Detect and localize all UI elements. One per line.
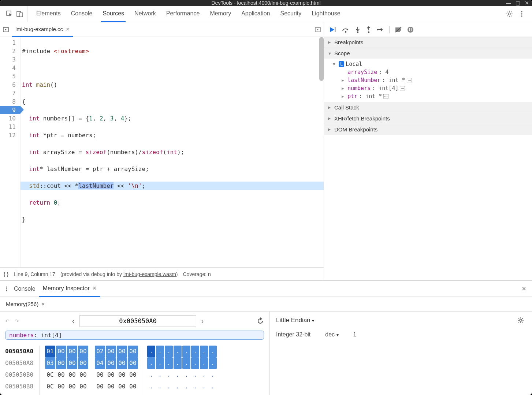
debug-toolbar: [324, 22, 532, 37]
tab-memory[interactable]: Memory: [208, 6, 232, 22]
svg-point-11: [357, 31, 358, 33]
svg-point-23: [402, 88, 403, 89]
value-type-label: Integer 32-bit: [276, 331, 310, 338]
tab-performance[interactable]: Performance: [165, 6, 201, 22]
refresh-icon[interactable]: [257, 317, 264, 325]
step-into-icon[interactable]: [355, 26, 361, 33]
drawer-tabs: Console Memory Inspector × ×: [0, 281, 532, 297]
memory-address-input[interactable]: [79, 315, 196, 327]
resume-icon[interactable]: [329, 26, 336, 33]
svg-point-5: [521, 13, 522, 14]
svg-point-31: [6, 290, 7, 291]
step-icon[interactable]: [377, 26, 384, 33]
svg-point-6: [521, 15, 522, 16]
tab-sources[interactable]: Sources: [101, 6, 126, 22]
line-gutter[interactable]: 12345678 9 101112: [0, 37, 21, 267]
scope-section[interactable]: ▼Scope: [324, 48, 532, 59]
source-status-bar: { } Line 9, Column 17 (provided via debu…: [0, 267, 324, 280]
undo-icon[interactable]: ↶: [5, 318, 10, 324]
svg-point-10: [345, 31, 346, 32]
memory-object-chip[interactable]: numbers: int[4]: [5, 331, 264, 340]
deactivate-breakpoints-icon[interactable]: [395, 26, 402, 33]
svg-point-29: [6, 286, 7, 287]
svg-point-19: [409, 80, 410, 81]
source-filename: lmi-bug-example.cc: [15, 26, 63, 32]
main-tabbar: Elements Console Sources Network Perform…: [0, 6, 532, 22]
svg-point-3: [508, 13, 510, 15]
var-arraySize[interactable]: arraySize: 4: [324, 68, 532, 76]
step-out-icon[interactable]: [366, 26, 372, 33]
svg-point-26: [384, 96, 385, 97]
close-tab-icon[interactable]: ×: [41, 301, 45, 307]
svg-point-20: [410, 80, 411, 81]
device-icon[interactable]: [16, 10, 23, 18]
memory-buffer-tab[interactable]: Memory(256) ×: [4, 301, 47, 307]
inspect-icon[interactable]: [6, 10, 13, 18]
svg-point-13: [377, 29, 378, 30]
tab-console[interactable]: Console: [70, 6, 94, 22]
svg-rect-2: [20, 13, 23, 17]
drawer-tab-console[interactable]: Console: [10, 282, 39, 296]
var-ptr[interactable]: ▶ptr: int *: [324, 92, 532, 100]
next-page-icon[interactable]: ›: [201, 317, 204, 325]
run-snippet-icon[interactable]: [314, 26, 321, 33]
xhr-section[interactable]: ▶XHR/fetch Breakpoints: [324, 113, 532, 124]
drawer-tab-memory-inspector[interactable]: Memory Inspector ×: [39, 280, 100, 297]
var-numbers[interactable]: ▶numbers: int[4]: [324, 84, 532, 92]
svg-point-14: [408, 27, 413, 33]
braces-icon[interactable]: { }: [4, 271, 8, 277]
close-icon[interactable]: ✕: [525, 0, 529, 6]
hex-row[interactable]: 005050A00100000002000000........: [5, 346, 264, 357]
drawer-more-icon[interactable]: [3, 285, 10, 292]
tab-security[interactable]: Security: [279, 6, 303, 22]
tab-application[interactable]: Application: [240, 6, 271, 22]
wasm-link[interactable]: lmi-bug-example.wasm: [123, 271, 176, 277]
scrollbar-thumb[interactable]: [319, 37, 324, 81]
value-display: 1: [353, 331, 357, 338]
svg-point-30: [6, 288, 7, 289]
source-file-tab[interactable]: lmi-bug-example.cc ×: [12, 23, 73, 37]
svg-point-18: [408, 80, 409, 81]
more-icon[interactable]: [518, 10, 525, 18]
breakpoints-section[interactable]: ▶Breakpoints: [324, 37, 532, 48]
coverage-label: Coverage: n: [183, 271, 211, 277]
tab-elements[interactable]: Elements: [35, 6, 62, 22]
dom-section[interactable]: ▶DOM Breakpoints: [324, 124, 532, 135]
prev-page-icon[interactable]: ‹: [72, 317, 74, 325]
var-lastNumber[interactable]: ▶lastNumber: int *: [324, 76, 532, 84]
scope-local[interactable]: ▼L Local: [324, 60, 532, 68]
svg-rect-9: [335, 27, 336, 32]
tab-network[interactable]: Network: [133, 6, 157, 22]
pause-exceptions-icon[interactable]: [407, 26, 414, 33]
svg-point-27: [386, 96, 386, 97]
close-tab-icon[interactable]: ×: [66, 26, 69, 33]
window-title: DevTools - localhost:4000/lmi-bug-exampl…: [211, 0, 320, 6]
navigator-toggle-icon[interactable]: [2, 26, 10, 33]
hex-row[interactable]: 005050B80C00000000000000........: [5, 381, 264, 392]
svg-point-28: [387, 96, 387, 97]
hex-row[interactable]: 005050B00C00000000000000........: [5, 369, 264, 381]
minimize-icon[interactable]: —: [506, 0, 511, 6]
hex-viewer: 005050A00100000002000000........005050A8…: [0, 343, 269, 395]
close-drawer-icon[interactable]: ×: [519, 284, 529, 293]
settings-icon[interactable]: [517, 317, 524, 324]
cursor-position: Line 9, Column 17: [14, 271, 55, 277]
svg-point-24: [403, 88, 404, 89]
svg-point-22: [401, 88, 402, 89]
value-mode-select[interactable]: dec ▾: [325, 331, 338, 338]
redo-icon[interactable]: ↷: [15, 318, 19, 324]
callstack-section[interactable]: ▶Call Stack: [324, 102, 532, 113]
hex-row[interactable]: 005050C02E2F746869732E70./this.p: [5, 392, 264, 395]
svg-rect-16: [411, 28, 412, 31]
close-tab-icon[interactable]: ×: [93, 284, 97, 292]
endianness-select[interactable]: Little Endian ▾: [276, 317, 314, 324]
settings-icon[interactable]: [506, 10, 513, 18]
hex-row[interactable]: 005050A80300000004000000........: [5, 357, 264, 369]
svg-point-4: [521, 11, 522, 12]
tab-lighthouse[interactable]: Lighthouse: [310, 6, 342, 22]
step-over-icon[interactable]: [342, 26, 350, 33]
svg-point-12: [368, 31, 369, 33]
source-code[interactable]: #include <iostream> int main() { int num…: [21, 37, 324, 267]
maximize-icon[interactable]: ▢: [516, 0, 520, 6]
svg-point-32: [520, 319, 522, 321]
